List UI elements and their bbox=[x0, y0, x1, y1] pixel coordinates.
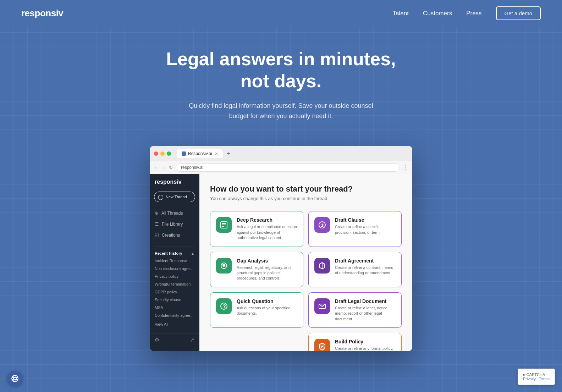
sidebar-item-file-library[interactable]: ☰ File Library bbox=[150, 219, 199, 229]
main-content: How do you want to start your thread? Yo… bbox=[199, 174, 412, 351]
build-policy-icon bbox=[314, 339, 330, 351]
expand-icon[interactable]: ⤢ bbox=[190, 337, 194, 343]
gap-analysis-icon bbox=[216, 258, 232, 274]
svg-point-17 bbox=[13, 375, 16, 382]
history-item-3[interactable]: Privacy policy bbox=[150, 272, 199, 280]
history-item-1[interactable]: Incident Response bbox=[150, 257, 199, 265]
address-bar[interactable]: responsiv.ai bbox=[176, 163, 400, 172]
draft-legal-doc-desc: Create or refine a letter, notice, memo,… bbox=[335, 305, 396, 322]
draft-agreement-desc: Create or refine a contract, memo of und… bbox=[335, 265, 396, 276]
option-draft-agreement[interactable]: Draft Agreement Create or refine a contr… bbox=[308, 252, 402, 287]
history-item-6[interactable]: Security clause bbox=[150, 296, 199, 304]
draft-clause-icon bbox=[314, 217, 330, 233]
draft-legal-doc-title: Draft Legal Document bbox=[335, 298, 396, 304]
forward-arrow[interactable]: → bbox=[161, 165, 166, 170]
browser-mockup: Responsiv.ai ✕ + ← → ↻ responsiv.ai ⋮ re… bbox=[0, 135, 562, 369]
sidebar-footer: ⚙ ⤢ bbox=[150, 333, 199, 346]
new-tab-button[interactable]: + bbox=[225, 150, 232, 158]
maximize-dot[interactable] bbox=[167, 151, 171, 156]
svg-point-16 bbox=[12, 375, 18, 382]
option-gap-analysis[interactable]: Gap Analysis Research legal, regulatory,… bbox=[210, 252, 303, 287]
option-build-policy[interactable]: Build Policy Create or refine any formal… bbox=[308, 333, 402, 351]
option-draft-legal-document[interactable]: Draft Legal Document Create or refine a … bbox=[308, 292, 402, 328]
quick-question-icon: ? bbox=[216, 298, 232, 314]
deep-research-title: Deep Research bbox=[237, 217, 297, 223]
address-bar-row: ← → ↻ responsiv.ai ⋮ bbox=[150, 161, 412, 174]
new-thread-label: New Thread bbox=[166, 195, 187, 199]
gap-analysis-text: Gap Analysis Research legal, regulatory,… bbox=[237, 258, 297, 281]
refresh-icon[interactable]: ↻ bbox=[169, 165, 173, 170]
hero-headline: Legal answers in minutes, not days. bbox=[157, 48, 405, 92]
quick-question-title: Quick Question bbox=[237, 298, 297, 304]
browser-menu-icon[interactable]: ⋮ bbox=[402, 164, 408, 171]
thread-subtitle: You can always change this as you contin… bbox=[210, 196, 402, 201]
tab-favicon bbox=[182, 151, 186, 156]
deep-research-icon bbox=[216, 217, 232, 233]
deep-research-desc: Ask a legal or compliance question again… bbox=[237, 224, 297, 241]
option-draft-clause[interactable]: Draft Clause Create or refine a specific… bbox=[308, 211, 402, 247]
draft-legal-doc-icon bbox=[314, 298, 330, 314]
recent-history-label: Recent History bbox=[155, 251, 182, 255]
history-item-5[interactable]: GDPR policy bbox=[150, 288, 199, 296]
draft-agreement-title: Draft Agreement bbox=[335, 258, 396, 264]
sidebar-logo-text: responsiv bbox=[155, 179, 182, 185]
all-threads-icon: ⊕ bbox=[155, 210, 159, 216]
close-dot[interactable] bbox=[154, 151, 158, 156]
quick-question-desc: Ask questions of your specified document… bbox=[237, 305, 297, 316]
get-demo-button[interactable]: Get a demo bbox=[496, 6, 541, 20]
nav-talent[interactable]: Talent bbox=[393, 10, 409, 17]
globe-button[interactable] bbox=[7, 371, 23, 386]
logo: responsiv bbox=[21, 8, 63, 19]
sidebar-item-label: All Threads bbox=[161, 211, 183, 216]
history-item-4[interactable]: Wrongful termination bbox=[150, 280, 199, 288]
sidebar: responsiv ◯ New Thread ⊕ All Threads ☰ F… bbox=[150, 174, 199, 351]
nav-links: Talent Customers Press Get a demo bbox=[393, 6, 541, 20]
nav-press[interactable]: Press bbox=[466, 10, 481, 17]
quick-question-text: Quick Question Ask questions of your spe… bbox=[237, 298, 297, 316]
sidebar-item-all-threads[interactable]: ⊕ All Threads bbox=[150, 208, 199, 218]
draft-agreement-text: Draft Agreement Create or refine a contr… bbox=[335, 258, 396, 276]
option-deep-research[interactable]: Deep Research Ask a legal or compliance … bbox=[210, 211, 303, 247]
hero-section: Legal answers in minutes, not days. Quic… bbox=[0, 27, 562, 135]
nav-customers[interactable]: Customers bbox=[423, 10, 452, 17]
file-library-icon: ☰ bbox=[155, 221, 159, 227]
gap-analysis-title: Gap Analysis bbox=[237, 258, 297, 264]
draft-clause-title: Draft Clause bbox=[335, 217, 396, 223]
build-policy-desc: Create or refine any formal policy, proc… bbox=[335, 346, 396, 351]
deep-research-text: Deep Research Ask a legal or compliance … bbox=[237, 217, 297, 241]
history-item-8[interactable]: Confidentiality agree... bbox=[150, 311, 199, 319]
svg-text:?: ? bbox=[223, 303, 226, 309]
build-policy-title: Build Policy bbox=[335, 339, 396, 344]
draft-clause-desc: Create or refine a specific provision, s… bbox=[335, 224, 396, 235]
gap-analysis-desc: Research legal, regulatory, and structur… bbox=[237, 265, 297, 281]
browser-window: Responsiv.ai ✕ + ← → ↻ responsiv.ai ⋮ re… bbox=[150, 146, 412, 351]
recaptcha-label: reCAPTCHA bbox=[523, 372, 545, 377]
draft-agreement-icon bbox=[314, 258, 330, 274]
chevron-up-icon[interactable]: ▲ bbox=[191, 252, 194, 255]
active-tab[interactable]: Responsiv.ai ✕ bbox=[177, 149, 223, 158]
terms-link[interactable]: Terms bbox=[539, 377, 550, 381]
sidebar-logo: responsiv bbox=[150, 179, 199, 192]
options-grid: Deep Research Ask a legal or compliance … bbox=[210, 211, 402, 351]
recent-history-header: Recent History ▲ bbox=[150, 249, 199, 257]
view-all-link[interactable]: View All bbox=[150, 319, 199, 329]
draft-clause-text: Draft Clause Create or refine a specific… bbox=[335, 217, 396, 235]
sidebar-item-label: File Library bbox=[162, 222, 183, 227]
privacy-link[interactable]: Privacy bbox=[523, 377, 536, 381]
tab-close-icon[interactable]: ✕ bbox=[215, 151, 218, 156]
history-item-2[interactable]: Non-disclosure agree... bbox=[150, 265, 199, 272]
back-arrow[interactable]: ← bbox=[154, 165, 159, 170]
draft-legal-doc-text: Draft Legal Document Create or refine a … bbox=[335, 298, 396, 322]
sidebar-nav: ⊕ All Threads ☰ File Library ◱ Creations bbox=[150, 208, 199, 244]
tab-title: Responsiv.ai bbox=[188, 151, 212, 156]
recaptcha-widget: reCAPTCHA Privacy · Terms bbox=[518, 369, 555, 385]
option-quick-question[interactable]: ? Quick Question Ask questions of your s… bbox=[210, 292, 303, 328]
new-thread-button[interactable]: ◯ New Thread bbox=[154, 192, 195, 202]
history-item-7[interactable]: MSA bbox=[150, 304, 199, 311]
minimize-dot[interactable] bbox=[160, 151, 165, 156]
hero-subtext: Quickly find legal information yourself.… bbox=[189, 101, 373, 121]
tab-area: Responsiv.ai ✕ + bbox=[177, 149, 232, 158]
sidebar-item-creations[interactable]: ◱ Creations bbox=[150, 230, 199, 240]
svg-point-10 bbox=[223, 265, 225, 266]
settings-icon[interactable]: ⚙ bbox=[155, 337, 159, 343]
